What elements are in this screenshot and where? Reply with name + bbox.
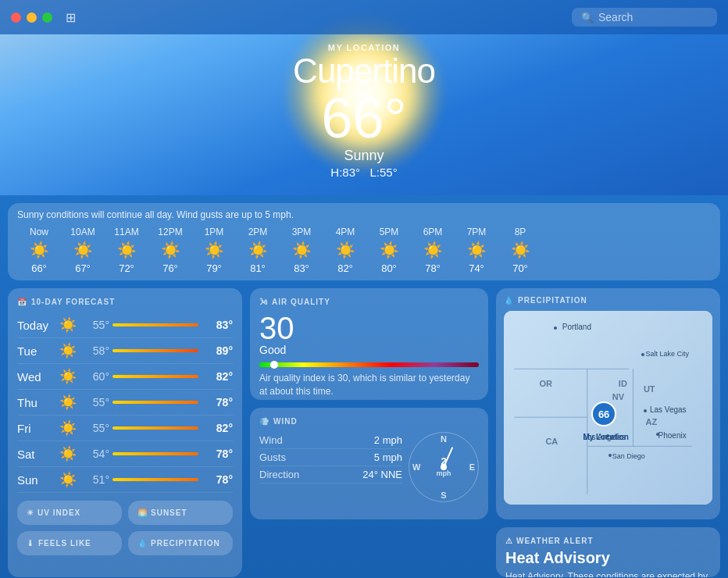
thermometer-icon: 🌡 [27,539,35,548]
wind-inner: Wind 2 mph Gusts 5 mph Direction 24° NNE [259,432,479,502]
compass-south: S [441,491,446,500]
map-sandiego-label: San Diego [612,452,645,460]
forecast-row-4: Fri ☀️ 55° 82° [17,416,233,441]
hour-item-9: 6PM ☀️ 78° [411,227,455,274]
search-icon: 🔍 [581,12,594,23]
map-sandiego-dot [608,454,612,457]
map-az-label: AZ [646,417,658,426]
hourly-scroll[interactable]: Now ☀️ 66° 10AM ☀️ 67° 11AM ☀️ 72° 12PM … [17,227,711,274]
sunset-card: 🌅 SUNSET [128,501,233,525]
window-controls: ⊞ [11,10,76,25]
aq-value: 30 [259,312,479,344]
forecast-bar-0 [112,323,198,326]
weather-condition: Sunny [293,148,435,164]
precip-map-icon: 💧 [504,296,514,305]
forecast-bar-1 [112,349,198,352]
map-ca-label: CA [545,437,558,446]
forecast-icon-3: ☀️ [59,394,77,411]
compass-west: W [412,462,420,472]
aq-description: Air quality index is 30, which is simila… [259,372,479,398]
map-background: Portland Salt Lake City Las Vegas Los An… [504,311,712,505]
high-low: H:83° L:55° [293,166,435,179]
feels-like-title: 🌡 FEELS LIKE [27,539,112,548]
hour-icon-8: ☀️ [380,241,399,259]
air-icon: 🌬 [259,298,268,306]
wind-title: 💨 WIND [259,417,479,426]
wind-compass-container: N S E W 2 mph [409,432,479,502]
hour-item-5: 2PM ☀️ 81° [236,227,280,274]
aq-indicator [270,361,278,369]
calendar-icon: 📅 [17,298,27,306]
hour-icon-4: ☀️ [205,241,224,259]
map-nv-label: NV [612,392,624,401]
hourly-summary: Sunny conditions will continue all day. … [17,209,711,220]
forecast-bar-3 [112,401,198,404]
feels-like-card: 🌡 FEELS LIKE [17,531,122,555]
forecast-icon-1: ☀️ [59,342,77,359]
forecast-card: 📅 10-DAY FORECAST Today ☀️ 55° 83° Tue ☀… [8,288,242,577]
map-id-label: ID [619,379,627,388]
wind-row-0: Wind 2 mph [259,432,402,449]
compass-dot [441,464,447,470]
sidebar-toggle[interactable]: ⊞ [66,10,76,25]
map-or-label: OR [539,379,552,388]
air-quality-title: 🌬 AIR QUALITY [259,298,479,306]
hour-icon-5: ☀️ [248,241,268,259]
mini-widgets-bottom: ☀ UV INDEX 🌅 SUNSET 🌡 FEELS LIKE [17,501,233,555]
minimize-button[interactable] [27,12,37,23]
hour-item-0: Now ☀️ 66° [17,227,61,274]
weather-alert-card: ⚠ WEATHER ALERT Heat Advisory Heat Advis… [496,527,720,577]
hour-icon-0: ☀️ [30,241,49,259]
wind-row-1: Gusts 5 mph [259,449,402,466]
uv-title: ☀ UV INDEX [27,508,112,517]
forecast-icon-0: ☀️ [59,316,77,334]
map-saltlake-label: Salt Lake City [646,350,690,358]
map-ut-label: UT [644,384,655,394]
search-bar[interactable]: 🔍 [572,8,717,27]
hour-icon-7: ☀️ [336,241,355,259]
close-button[interactable] [11,12,21,23]
hour-item-8: 5PM ☀️ 80° [367,227,411,274]
forecast-title: 📅 10-DAY FORECAST [17,298,233,306]
search-input[interactable] [598,11,708,23]
forecast-bar-5 [112,452,198,455]
hour-icon-3: ☀️ [161,241,180,259]
uv-icon: ☀ [27,508,34,517]
hero-content: MY LOCATION Cupertino 66° Sunny H:83° L:… [293,43,435,179]
wind-compass: N S E W 2 mph [409,432,479,502]
forecast-icon-6: ☀️ [59,471,77,488]
hour-icon-1: ☀️ [73,241,93,259]
forecast-row-0: Today ☀️ 55° 83° [17,312,233,338]
forecast-bar-4 [112,426,198,430]
uv-index-card: ☀ UV INDEX [17,501,122,525]
hourly-strip[interactable]: Sunny conditions will continue all day. … [8,203,720,280]
sunset-title: 🌅 SUNSET [137,508,223,517]
wind-icon: 💨 [259,417,269,426]
wind-left: Wind 2 mph Gusts 5 mph Direction 24° NNE [259,432,402,502]
city-name: Cupertino [293,52,435,90]
hour-item-11: 8P ☀️ 70° [498,227,542,274]
alert-description: Heat Advisory. These conditions are expe… [505,570,711,577]
compass-circle: N S E W 2 mph [409,432,479,502]
forecast-bar-6 [112,478,198,481]
map-area[interactable]: Portland Salt Lake City Las Vegas Los An… [504,311,712,505]
hour-item-7: 4PM ☀️ 82° [323,227,367,274]
compass-east: E [469,462,475,472]
precip-bottom-card: 💧 PRECIPITATION [128,531,233,555]
hour-item-10: 7PM ☀️ 74° [455,227,498,274]
map-portland-dot [554,326,557,330]
my-location-label: MY LOCATION [293,43,435,52]
forecast-row-6: Sun ☀️ 51° 78° [17,467,233,493]
hour-item-1: 10AM ☀️ 67° [61,227,105,274]
alert-icon: ⚠ [505,537,513,545]
alert-title-row: ⚠ WEATHER ALERT [505,537,711,545]
content-area: Sunny conditions will continue all day. … [0,195,728,578]
current-temperature: 66° [293,90,435,146]
map-portland-label: Portland [562,323,591,331]
aq-label: Good [259,344,479,356]
forecast-icon-4: ☀️ [59,419,77,437]
hour-icon-9: ☀️ [423,241,443,259]
maximize-button[interactable] [42,12,52,23]
hour-icon-2: ☀️ [117,241,137,259]
wind-row-2: Direction 24° NNE [259,466,402,483]
